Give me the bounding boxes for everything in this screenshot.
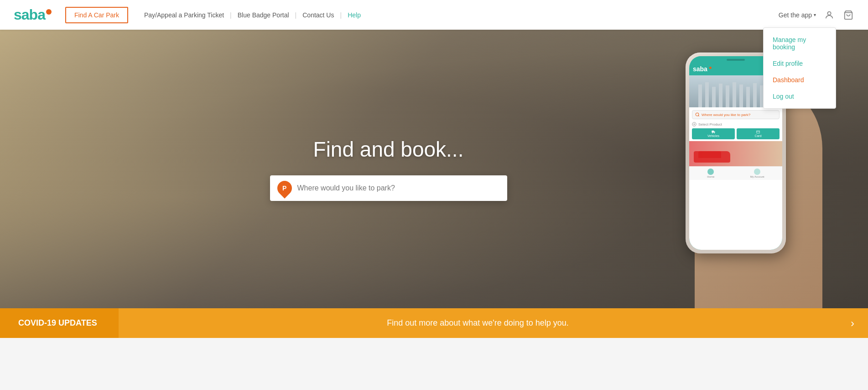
svg-point-0 — [827, 11, 831, 15]
chevron-down-icon: ▾ — [814, 12, 816, 17]
find-car-park-button[interactable]: Find A Car Park — [65, 7, 128, 23]
nav-links: Pay/Appeal a Parking Ticket | Blue Badge… — [142, 11, 779, 19]
phone-footer-account-label: My Account — [750, 175, 764, 178]
phone-notch — [727, 59, 745, 61]
parking-pin-icon — [274, 178, 295, 198]
footer-section — [0, 338, 868, 390]
dropdown-manage-booking[interactable]: Manage my booking — [764, 32, 836, 55]
covid-label: COVID-19 UPDATES — [0, 308, 119, 338]
bag-icon[interactable] — [842, 9, 854, 21]
nav-separator-2: | — [295, 11, 297, 19]
dropdown-edit-profile[interactable]: Edit profile — [764, 55, 836, 72]
phone-car-image — [689, 141, 782, 166]
phone-logo: saba — [693, 65, 707, 73]
phone-bottom-buttons: Vehicles Card — [692, 128, 780, 139]
nav-badge-link[interactable]: Blue Badge Portal — [235, 11, 291, 19]
phone-footer-home: Home — [707, 169, 714, 178]
phone-select-text: Select Product — [698, 122, 722, 126]
nav-separator-3: | — [340, 11, 342, 19]
phone-footer: Home My Account — [689, 166, 782, 180]
svg-point-8 — [714, 132, 715, 133]
header: saba Find A Car Park Pay/Appeal a Parkin… — [0, 0, 868, 30]
phone-logo-dot — [709, 67, 712, 69]
phone-card-btn: Card — [737, 128, 780, 139]
get-app-label: Get the app — [779, 11, 812, 19]
nav-separator-1: | — [230, 11, 232, 19]
svg-point-2 — [696, 113, 699, 116]
user-icon[interactable] — [823, 9, 835, 21]
phone-vehicles-btn: Vehicles — [692, 128, 735, 139]
search-bar — [270, 175, 507, 201]
phone-footer-account: My Account — [750, 169, 764, 178]
dropdown-log-out[interactable]: Log out — [764, 88, 836, 105]
hero-content: Find and book... — [229, 137, 548, 201]
hero-section: saba — [0, 30, 868, 308]
hero-title: Find and book... — [238, 137, 539, 162]
user-dropdown-menu: Manage my booking Edit profile Dashboard… — [763, 27, 836, 109]
nav-help-link[interactable]: Help — [345, 11, 363, 19]
covid-message: Find out more about what we're doing to … — [119, 318, 837, 328]
svg-rect-9 — [756, 131, 759, 133]
phone-search-bar: Where would you like to park? — [692, 110, 780, 119]
phone-search-text: Where would you like to park? — [702, 113, 750, 117]
svg-point-7 — [712, 132, 713, 133]
get-app-button[interactable]: Get the app ▾ — [779, 11, 816, 19]
phone-select-product: Select Product — [692, 122, 780, 126]
nav-contact-link[interactable]: Contact Us — [300, 11, 336, 19]
covid-arrow-icon[interactable]: › — [837, 317, 868, 330]
card-label: Card — [738, 134, 778, 137]
logo-text: saba — [14, 6, 45, 23]
dropdown-dashboard[interactable]: Dashboard — [764, 72, 836, 88]
phone-footer-home-label: Home — [707, 175, 714, 178]
logo: saba — [14, 6, 52, 23]
vehicles-label: Vehicles — [694, 134, 733, 137]
nav-ticket-link[interactable]: Pay/Appeal a Parking Ticket — [142, 11, 226, 19]
search-input[interactable] — [297, 184, 500, 192]
header-right: Get the app ▾ Manage my booking Edit pro… — [779, 9, 854, 21]
covid-banner: COVID-19 UPDATES Find out more about wha… — [0, 308, 868, 338]
logo-dot — [46, 9, 52, 15]
svg-rect-6 — [712, 131, 714, 132]
